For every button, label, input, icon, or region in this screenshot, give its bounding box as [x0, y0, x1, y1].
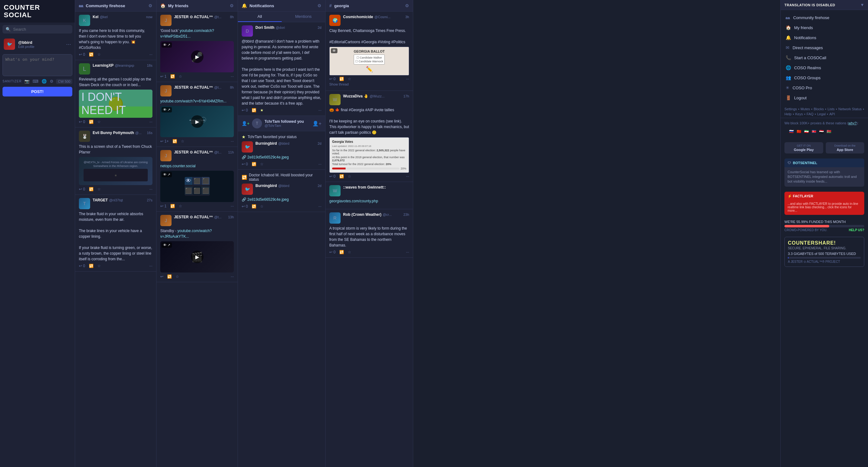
firehose-settings-btn[interactable]: ⚙ — [148, 3, 152, 8]
reply-btn[interactable]: ↩ 0 — [329, 250, 336, 254]
boost-btn[interactable]: 🔁 — [89, 187, 94, 192]
profile-edit[interactable]: Edit profile — [18, 45, 63, 49]
network-status-link[interactable]: Network Status — [838, 107, 862, 111]
play-btn[interactable]: ▶ — [191, 115, 204, 128]
keys-link[interactable]: Keys — [795, 112, 803, 116]
reply-btn[interactable]: ↩ 0 — [242, 204, 248, 209]
fav-btn[interactable]: ☆ — [348, 77, 351, 81]
reply-btn[interactable]: ↩ 0 — [79, 120, 85, 124]
boost-btn[interactable]: 🔁 — [252, 162, 256, 166]
more-btn[interactable]: ··· — [231, 139, 234, 143]
reply-btn[interactable]: ↩ 1 — [160, 204, 166, 208]
fav-btn[interactable]: ☆ — [348, 174, 351, 178]
nav-item-friends[interactable]: 🏠 My friends — [781, 23, 868, 33]
boost-btn[interactable]: 🔁 — [89, 264, 94, 268]
nav-item-realms[interactable]: 🌐 COSO Realms — [781, 63, 868, 73]
api-link[interactable]: API — [829, 112, 835, 116]
boost-btn[interactable]: 🔁 — [252, 204, 256, 209]
profile-menu-btn[interactable]: ⋯ — [66, 41, 71, 47]
more-btn[interactable]: ··· — [318, 204, 321, 209]
post-button[interactable]: POST! — [2, 87, 72, 96]
more-btn[interactable]: ··· — [231, 204, 234, 208]
nav-item-firehose[interactable]: 🏘 Community firehose — [781, 12, 868, 23]
reply-btn[interactable]: ↩ 0 — [329, 77, 336, 81]
play-btn[interactable]: ▶ — [191, 51, 204, 63]
app-store-badge[interactable]: Download on the App Store — [826, 142, 865, 153]
eye-btn[interactable]: 👁 ↗ — [161, 242, 172, 248]
more-btn[interactable]: ··· — [149, 52, 152, 57]
mutes-link[interactable]: Mutes — [801, 107, 810, 111]
fav-btn[interactable]: ☆ — [179, 204, 182, 208]
globe-btn[interactable]: 🌐 — [41, 78, 47, 84]
boost-btn[interactable]: 🔁 — [173, 139, 177, 143]
reply-btn[interactable]: ↩ — [160, 274, 163, 279]
more-btn[interactable]: ··· — [231, 74, 234, 79]
reply-btn[interactable]: ↩ 0 — [79, 187, 85, 192]
boost-btn[interactable]: 🔁 — [170, 204, 175, 208]
tab-mentions[interactable]: Mentions — [282, 11, 326, 22]
nav-item-pro[interactable]: ✳ COSO Pro — [781, 83, 868, 93]
boost-btn[interactable]: 🔁 — [89, 120, 94, 124]
boost-btn[interactable]: 🔁 — [89, 52, 94, 57]
georgia-settings-btn[interactable]: ⚙ — [405, 3, 409, 8]
fav-btn[interactable]: ☆ — [176, 274, 179, 279]
reply-btn[interactable]: ↩ 0 — [79, 264, 85, 268]
more-btn[interactable]: ··· — [149, 264, 152, 268]
faq-link[interactable]: FAQ — [807, 112, 813, 116]
lists-link[interactable]: Lists — [828, 107, 835, 111]
boost-btn[interactable]: 🔁 — [167, 274, 172, 279]
play-btn[interactable]: ▶ — [191, 251, 204, 263]
compose-textarea[interactable] — [2, 54, 72, 76]
nav-item-logout[interactable]: 🚪 Logout — [781, 93, 868, 103]
more-btn[interactable]: ··· — [318, 162, 321, 166]
nav-item-dm[interactable]: ✉ Direct messages — [781, 42, 868, 53]
settings-link[interactable]: Settings — [784, 107, 797, 111]
eye-btn[interactable]: 👁 ↗ — [161, 42, 172, 48]
boost-btn[interactable]: 🔁 — [339, 250, 344, 254]
notifications-settings-btn[interactable]: ⚙ — [317, 3, 321, 8]
show-thread-btn[interactable]: Show thread — [329, 81, 349, 87]
reply-btn[interactable]: ↩ 0 — [79, 52, 85, 57]
fav-btn[interactable]: ☆ — [260, 162, 264, 166]
fav-btn[interactable]: ☆ — [97, 120, 101, 124]
fav-btn[interactable]: ☆ — [97, 264, 101, 268]
fav-btn[interactable]: ☆ — [181, 139, 184, 143]
reply-btn[interactable]: ↩ 0 — [242, 108, 248, 112]
eye-btn[interactable]: 👁 ↗ — [161, 107, 172, 112]
boost-btn[interactable]: 🔁 — [339, 77, 344, 81]
keyboard-btn[interactable]: ⌨ — [32, 78, 39, 84]
fav-btn[interactable]: ☆ — [348, 250, 351, 254]
reply-btn[interactable]: ↩ 0 — [242, 162, 248, 166]
blocks-link[interactable]: Blocks — [813, 107, 824, 111]
cw-label[interactable]: CW 500 — [56, 79, 72, 84]
legal-link[interactable]: Legal — [817, 112, 826, 116]
more-btn[interactable]: ··· — [318, 108, 321, 112]
search-input[interactable] — [13, 27, 69, 32]
translation-arrow-btn[interactable]: ▼ — [860, 2, 864, 7]
fav-btn[interactable]: ☆ — [260, 204, 264, 209]
search-bar[interactable]: 🔍 — [2, 25, 72, 33]
tab-all[interactable]: All — [238, 11, 282, 22]
help-link[interactable]: Help — [784, 112, 792, 116]
reply-btn[interactable]: ↩ 1 — [160, 74, 166, 79]
nav-item-cosocall[interactable]: 📞 Start a COSOCall — [781, 53, 868, 63]
fav-btn[interactable]: ☆ — [179, 74, 182, 79]
boost-btn[interactable]: 🔁 — [170, 74, 175, 79]
more-btn[interactable]: ··· — [149, 187, 152, 192]
funding-help-link[interactable]: HELP US? — [849, 228, 864, 232]
more-btn[interactable]: ··· — [149, 120, 152, 124]
eye-btn[interactable]: 👁 ↗ — [161, 172, 172, 177]
reply-btn[interactable]: ↩ 0 — [329, 174, 336, 178]
more-btn[interactable]: ··· — [406, 174, 409, 178]
google-play-badge[interactable]: GET IT ON Google Play — [784, 142, 823, 153]
fav-btn[interactable]: ☆ — [97, 52, 101, 57]
fav-btn[interactable]: ★ — [260, 108, 264, 112]
follow-back-btn[interactable]: 👤+ — [312, 121, 321, 126]
nav-item-groups[interactable]: 👥 COSO Groups — [781, 73, 868, 83]
friends-settings-btn[interactable]: ⚙ — [230, 3, 234, 8]
more-btn[interactable]: ··· — [406, 250, 409, 254]
reply-btn[interactable]: ↩ 1+ — [160, 139, 169, 143]
why-link[interactable]: why? — [848, 121, 857, 125]
camera-btn[interactable]: 📷 — [24, 78, 30, 84]
nav-item-notifications[interactable]: 🔔 Notifications — [781, 33, 868, 42]
